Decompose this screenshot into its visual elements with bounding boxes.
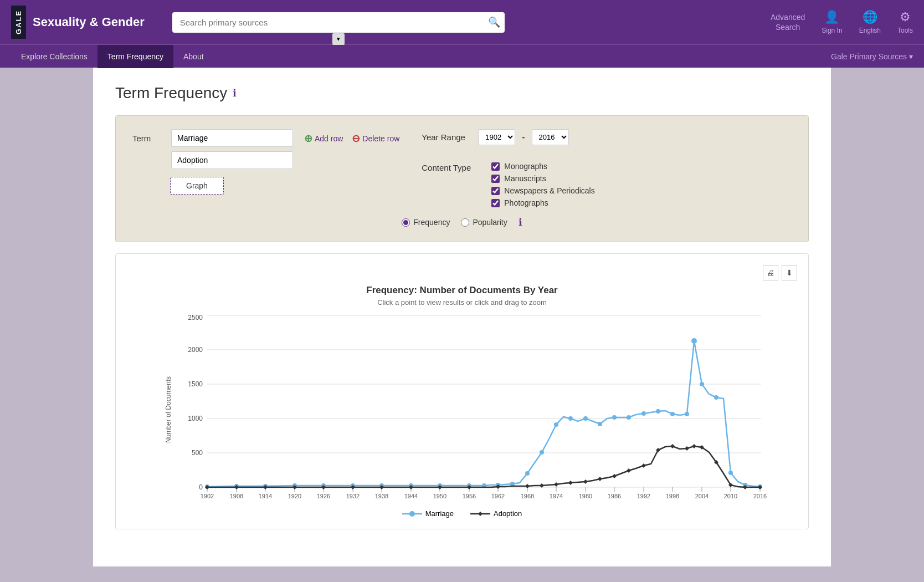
year-end-select[interactable]: 2016 bbox=[532, 129, 569, 145]
svg-text:2000: 2000 bbox=[188, 346, 203, 354]
svg-marker-96 bbox=[554, 482, 558, 487]
svg-text:1902: 1902 bbox=[201, 493, 214, 499]
svg-point-71 bbox=[612, 415, 617, 420]
svg-text:1974: 1974 bbox=[550, 493, 563, 499]
tools-label: Tools bbox=[897, 27, 913, 34]
header-actions: AdvancedSearch 👤 Sign In 🌐 English ⚙ Too… bbox=[771, 10, 913, 34]
svg-text:1944: 1944 bbox=[404, 493, 418, 499]
term-row: Term ⊕ Add row ⊖ Delete row bbox=[132, 129, 399, 169]
svg-point-74 bbox=[656, 409, 660, 413]
download-button[interactable]: ⬇ bbox=[782, 265, 797, 280]
svg-point-67 bbox=[554, 422, 558, 427]
checkbox-monographs-input[interactable] bbox=[491, 162, 500, 171]
plus-icon: ⊕ bbox=[304, 132, 312, 145]
checkbox-newspapers-input[interactable] bbox=[491, 187, 500, 195]
svg-marker-94 bbox=[525, 484, 530, 488]
radio-popularity[interactable]: Popularity bbox=[461, 218, 507, 227]
chart-svg: 0 500 1000 1500 2000 2500 1902 1908 1914… bbox=[166, 315, 786, 493]
english-label: English bbox=[859, 27, 881, 34]
add-row-button[interactable]: ⊕ Add row bbox=[304, 132, 343, 145]
term-input-2[interactable] bbox=[171, 151, 293, 169]
svg-text:0: 0 bbox=[199, 483, 203, 491]
y-axis-label: Number of Documents bbox=[165, 376, 172, 443]
main-content: Term Frequency ℹ Term ⊕ Add row bbox=[93, 68, 831, 566]
term-input-1[interactable] bbox=[171, 129, 293, 147]
checkbox-monographs[interactable]: Monographs bbox=[491, 162, 594, 171]
content-type-section: Content Type Monographs Manuscripts N bbox=[422, 162, 792, 207]
delete-row-label: Delete row bbox=[362, 134, 399, 143]
graph-button[interactable]: Graph bbox=[170, 177, 224, 195]
svg-marker-98 bbox=[583, 479, 588, 484]
search-input[interactable] bbox=[172, 12, 505, 33]
svg-marker-102 bbox=[641, 463, 646, 468]
svg-text:1986: 1986 bbox=[608, 493, 621, 499]
nav-left: Explore Collections Term Frequency About bbox=[11, 45, 214, 68]
nav-term-frequency[interactable]: Term Frequency bbox=[97, 45, 173, 68]
checkbox-newspapers[interactable]: Newspapers & Periodicals bbox=[491, 186, 594, 195]
search-dropdown-arrow[interactable]: ▾ bbox=[332, 33, 345, 45]
svg-text:500: 500 bbox=[192, 449, 203, 457]
radio-popularity-input[interactable] bbox=[461, 218, 469, 227]
gale-label: GALE bbox=[11, 6, 26, 39]
svg-text:1950: 1950 bbox=[433, 493, 446, 499]
print-button[interactable]: 🖨 bbox=[763, 265, 778, 280]
radio-frequency[interactable]: Frequency bbox=[402, 218, 450, 227]
svg-text:1956: 1956 bbox=[463, 493, 476, 499]
svg-marker-99 bbox=[598, 477, 602, 481]
svg-text:1920: 1920 bbox=[288, 493, 301, 499]
svg-point-75 bbox=[670, 412, 675, 416]
svg-text:1914: 1914 bbox=[259, 493, 272, 499]
adoption-dots bbox=[205, 444, 762, 489]
checkbox-photographs-input[interactable] bbox=[491, 199, 500, 207]
globe-icon: 🌐 bbox=[863, 10, 877, 24]
form-right: Year Range 1902 - 2016 Content Type Mo bbox=[422, 129, 792, 207]
english-selector[interactable]: 🌐 English bbox=[859, 10, 881, 34]
svg-text:2500: 2500 bbox=[188, 314, 203, 321]
svg-text:1938: 1938 bbox=[375, 493, 388, 499]
row-actions: ⊕ Add row ⊖ Delete row bbox=[304, 129, 399, 145]
tools-button[interactable]: ⚙ Tools bbox=[897, 10, 913, 34]
radio-frequency-input[interactable] bbox=[402, 218, 410, 227]
sign-in-button[interactable]: 👤 Sign In bbox=[822, 10, 842, 34]
search-button[interactable]: 🔍 bbox=[488, 16, 500, 28]
popularity-info-icon[interactable]: ℹ bbox=[519, 216, 522, 228]
term-inputs bbox=[171, 129, 293, 169]
header: GALE Sexuality & Gender 🔍 ▾ AdvancedSear… bbox=[0, 0, 924, 44]
checkbox-manuscripts[interactable]: Manuscripts bbox=[491, 174, 594, 183]
gale-primary-sources-link[interactable]: Gale Primary Sources ▾ bbox=[831, 52, 913, 61]
term-label: Term bbox=[132, 129, 160, 143]
chart-wrapper: 🖨 ⬇ Frequency: Number of Documents By Ye… bbox=[127, 265, 797, 518]
chart-legend: Marriage Adoption bbox=[127, 509, 797, 518]
svg-point-80 bbox=[728, 471, 733, 475]
svg-text:1932: 1932 bbox=[346, 493, 360, 499]
site-title: Sexuality & Gender bbox=[26, 15, 145, 29]
year-start-select[interactable]: 1902 bbox=[478, 129, 515, 145]
svg-point-70 bbox=[598, 422, 602, 426]
svg-text:1968: 1968 bbox=[521, 493, 534, 499]
svg-point-113 bbox=[409, 511, 415, 517]
chart-panel: 🖨 ⬇ Frequency: Number of Documents By Ye… bbox=[115, 253, 809, 529]
nav-explore-collections[interactable]: Explore Collections bbox=[11, 45, 97, 68]
svg-text:1926: 1926 bbox=[317, 493, 330, 499]
svg-text:1500: 1500 bbox=[188, 380, 203, 388]
delete-row-button[interactable]: ⊖ Delete row bbox=[352, 132, 399, 145]
svg-text:1980: 1980 bbox=[579, 493, 592, 499]
search-bar: 🔍 ▾ bbox=[172, 12, 505, 33]
nav-bar: Explore Collections Term Frequency About… bbox=[0, 44, 924, 68]
form-panel: Term ⊕ Add row ⊖ Delete row bbox=[115, 115, 809, 242]
checkbox-manuscripts-input[interactable] bbox=[491, 175, 500, 183]
sign-in-label: Sign In bbox=[822, 27, 842, 34]
svg-text:2004: 2004 bbox=[695, 493, 709, 499]
nav-about[interactable]: About bbox=[173, 45, 214, 68]
svg-marker-106 bbox=[692, 444, 696, 448]
logo-block: GALE Sexuality & Gender bbox=[11, 6, 145, 39]
title-info-icon[interactable]: ℹ bbox=[233, 87, 237, 99]
advanced-search-link[interactable]: AdvancedSearch bbox=[771, 12, 805, 32]
checkbox-photographs[interactable]: Photographs bbox=[491, 198, 594, 207]
svg-text:1998: 1998 bbox=[666, 493, 679, 499]
svg-point-65 bbox=[525, 471, 530, 476]
year-separator: - bbox=[522, 132, 525, 142]
svg-point-68 bbox=[568, 416, 573, 421]
svg-point-73 bbox=[641, 411, 646, 416]
add-row-label: Add row bbox=[315, 134, 343, 143]
